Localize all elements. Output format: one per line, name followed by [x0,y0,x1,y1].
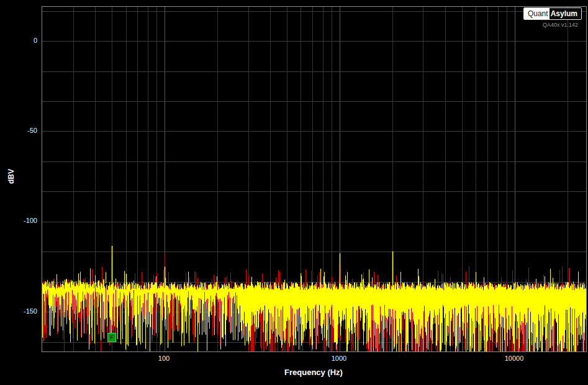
y-tick-50: -50 [5,127,37,134]
x-axis-title: Frequency (Hz) [42,368,586,377]
y-tick-100: -100 [5,217,37,224]
brand-logo-quant: Quant [524,8,550,19]
brand-logo: Quant Asylum [523,7,582,20]
y-tick-0: 0 [5,37,37,44]
marker-flag[interactable]: F [107,333,116,342]
y-tick-150: -150 [5,307,37,315]
app-window: dBV 0 -50 -100 -150 100 1000 10000 Frequ… [0,0,588,385]
x-tick-10000: 10000 [489,355,539,362]
y-axis-title: dBV [7,158,16,195]
brand-logo-asylum: Asylum [550,8,581,19]
x-tick-1000: 1000 [314,355,364,362]
x-tick-100: 100 [139,355,189,362]
spectrum-plot[interactable] [42,6,587,352]
app-version: QA40x v1.142 [543,22,578,28]
